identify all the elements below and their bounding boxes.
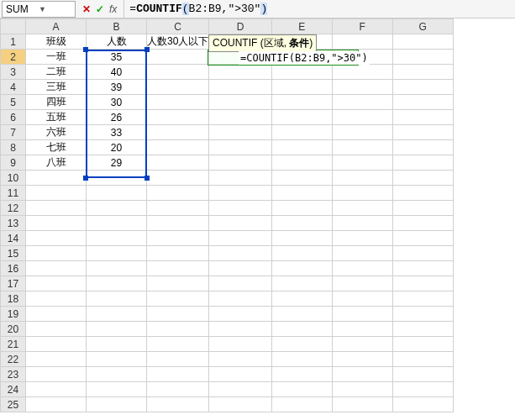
cell[interactable] bbox=[209, 186, 271, 201]
cell[interactable] bbox=[392, 307, 453, 322]
cell[interactable]: 29 bbox=[87, 155, 147, 171]
cell[interactable] bbox=[26, 382, 87, 397]
cell[interactable] bbox=[271, 201, 332, 216]
cell[interactable]: 33 bbox=[87, 125, 147, 140]
cell[interactable] bbox=[26, 261, 87, 276]
cell[interactable] bbox=[271, 322, 332, 337]
cell[interactable] bbox=[26, 201, 87, 216]
cell[interactable] bbox=[271, 382, 332, 397]
cell[interactable] bbox=[209, 261, 271, 276]
cell[interactable] bbox=[147, 155, 209, 171]
cell[interactable] bbox=[147, 261, 209, 276]
cell[interactable] bbox=[271, 291, 332, 307]
row-header[interactable]: 18 bbox=[1, 291, 26, 307]
cell[interactable] bbox=[147, 322, 209, 337]
cell[interactable] bbox=[392, 110, 453, 125]
cell[interactable] bbox=[332, 95, 392, 110]
cell[interactable] bbox=[209, 382, 271, 397]
row-header[interactable]: 21 bbox=[1, 337, 26, 352]
confirm-icon[interactable]: ✓ bbox=[96, 3, 104, 15]
cell[interactable] bbox=[209, 397, 271, 412]
cell[interactable] bbox=[332, 291, 392, 307]
cell[interactable] bbox=[147, 80, 209, 95]
cell[interactable] bbox=[392, 291, 453, 307]
col-header-D[interactable]: D bbox=[209, 19, 271, 34]
row-header[interactable]: 3 bbox=[1, 65, 26, 80]
cell[interactable] bbox=[26, 276, 87, 291]
cell[interactable] bbox=[271, 155, 332, 171]
cell[interactable] bbox=[209, 367, 271, 382]
cell[interactable] bbox=[209, 307, 271, 322]
cell[interactable]: 人数30人以下 bbox=[147, 34, 209, 50]
cell[interactable] bbox=[209, 216, 271, 231]
cell[interactable] bbox=[26, 171, 87, 186]
cell[interactable] bbox=[147, 367, 209, 382]
cell[interactable] bbox=[147, 397, 209, 412]
cell[interactable] bbox=[332, 352, 392, 367]
row-header[interactable]: 11 bbox=[1, 186, 26, 201]
cell[interactable] bbox=[332, 367, 392, 382]
cell[interactable] bbox=[26, 397, 87, 412]
cell[interactable] bbox=[332, 397, 392, 412]
cell[interactable] bbox=[392, 80, 453, 95]
cell[interactable] bbox=[332, 322, 392, 337]
cell[interactable]: 35 bbox=[87, 50, 147, 65]
row-header[interactable]: 20 bbox=[1, 322, 26, 337]
row-header[interactable]: 5 bbox=[1, 95, 26, 110]
col-header-C[interactable]: C bbox=[147, 19, 209, 34]
row-header[interactable]: 25 bbox=[1, 397, 26, 412]
cell[interactable] bbox=[147, 186, 209, 201]
cell[interactable] bbox=[392, 322, 453, 337]
cell[interactable] bbox=[147, 276, 209, 291]
cell[interactable] bbox=[392, 367, 453, 382]
range-handle[interactable] bbox=[83, 176, 88, 181]
cell[interactable] bbox=[147, 171, 209, 186]
cell[interactable] bbox=[87, 171, 147, 186]
row-header[interactable]: 6 bbox=[1, 110, 26, 125]
range-handle[interactable] bbox=[145, 176, 150, 181]
cell[interactable] bbox=[26, 322, 87, 337]
cell[interactable] bbox=[87, 186, 147, 201]
cell[interactable]: 班级 bbox=[26, 34, 87, 50]
cell[interactable]: 26 bbox=[87, 110, 147, 125]
cell[interactable]: 七班 bbox=[26, 140, 87, 155]
cell[interactable] bbox=[147, 231, 209, 246]
cell[interactable] bbox=[87, 367, 147, 382]
cell[interactable] bbox=[271, 80, 332, 95]
cell[interactable] bbox=[147, 201, 209, 216]
col-header-A[interactable]: A bbox=[26, 19, 87, 34]
row-header[interactable]: 10 bbox=[1, 171, 26, 186]
cell[interactable] bbox=[332, 125, 392, 140]
cell[interactable] bbox=[271, 397, 332, 412]
cell[interactable] bbox=[271, 125, 332, 140]
cell[interactable] bbox=[147, 140, 209, 155]
row-header[interactable]: 17 bbox=[1, 276, 26, 291]
fx-icon[interactable]: fx bbox=[109, 3, 117, 15]
cell[interactable] bbox=[392, 352, 453, 367]
cell[interactable] bbox=[271, 276, 332, 291]
cell[interactable]: 一班 bbox=[26, 50, 87, 65]
cell[interactable] bbox=[87, 201, 147, 216]
range-handle[interactable] bbox=[145, 47, 150, 52]
cell[interactable] bbox=[271, 65, 332, 80]
cell[interactable] bbox=[332, 34, 392, 50]
cell[interactable] bbox=[332, 171, 392, 186]
cell[interactable] bbox=[26, 352, 87, 367]
grid-table[interactable]: A B C D E F G 1班级人数人数30人以下人数30人以上 2一班35 … bbox=[0, 18, 454, 412]
cell[interactable]: 39 bbox=[87, 80, 147, 95]
cell[interactable] bbox=[147, 50, 209, 65]
cell[interactable] bbox=[209, 291, 271, 307]
cell[interactable] bbox=[209, 110, 271, 125]
cell[interactable] bbox=[209, 352, 271, 367]
cell[interactable] bbox=[87, 382, 147, 397]
row-header[interactable]: 15 bbox=[1, 246, 26, 261]
cell[interactable] bbox=[271, 307, 332, 322]
cell[interactable] bbox=[209, 95, 271, 110]
row-header[interactable]: 7 bbox=[1, 125, 26, 140]
cell[interactable]: 30 bbox=[87, 95, 147, 110]
cell[interactable]: 八班 bbox=[26, 155, 87, 171]
cell[interactable] bbox=[271, 110, 332, 125]
cell[interactable] bbox=[147, 95, 209, 110]
cell[interactable] bbox=[392, 65, 453, 80]
cell[interactable] bbox=[87, 307, 147, 322]
